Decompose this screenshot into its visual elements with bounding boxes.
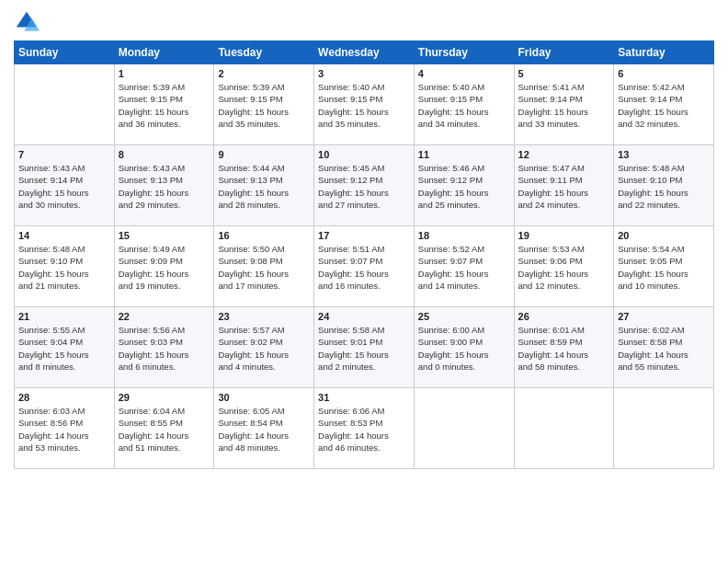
day-number: 4: [418, 68, 510, 79]
day-info: Sunrise: 5:43 AMSunset: 9:13 PMDaylight:…: [119, 162, 210, 211]
calendar-cell: 22Sunrise: 5:56 AMSunset: 9:03 PMDayligh…: [114, 307, 214, 388]
day-info: Sunrise: 5:52 AMSunset: 9:07 PMDaylight:…: [418, 243, 510, 292]
day-number: 21: [18, 311, 110, 322]
day-info: Sunrise: 5:55 AMSunset: 9:04 PMDaylight:…: [18, 324, 110, 373]
day-number: 22: [119, 311, 210, 322]
day-info: Sunrise: 5:40 AMSunset: 9:15 PMDaylight:…: [418, 81, 510, 130]
week-row-3: 14Sunrise: 5:48 AMSunset: 9:10 PMDayligh…: [15, 226, 714, 307]
day-number: 23: [218, 311, 310, 322]
week-row-2: 7Sunrise: 5:43 AMSunset: 9:14 PMDaylight…: [15, 145, 714, 226]
calendar-cell: 23Sunrise: 5:57 AMSunset: 9:02 PMDayligh…: [214, 307, 314, 388]
logo-icon: [14, 9, 40, 35]
calendar-cell: 28Sunrise: 6:03 AMSunset: 8:56 PMDayligh…: [15, 388, 115, 469]
day-info: Sunrise: 5:57 AMSunset: 9:02 PMDaylight:…: [218, 324, 310, 373]
calendar-cell: 27Sunrise: 6:02 AMSunset: 8:58 PMDayligh…: [614, 307, 714, 388]
day-number: 19: [518, 230, 610, 241]
col-header-thursday: Thursday: [414, 41, 514, 64]
day-number: 14: [18, 230, 110, 241]
day-info: Sunrise: 5:48 AMSunset: 9:10 PMDaylight:…: [18, 243, 110, 292]
calendar-cell: 3Sunrise: 5:40 AMSunset: 9:15 PMDaylight…: [314, 64, 415, 145]
day-number: 24: [318, 311, 410, 322]
calendar-cell: 18Sunrise: 5:52 AMSunset: 9:07 PMDayligh…: [414, 226, 514, 307]
calendar-cell: 2Sunrise: 5:39 AMSunset: 9:15 PMDaylight…: [214, 64, 314, 145]
day-info: Sunrise: 5:56 AMSunset: 9:03 PMDaylight:…: [119, 324, 210, 373]
page: SundayMondayTuesdayWednesdayThursdayFrid…: [0, 0, 728, 563]
calendar-cell: 13Sunrise: 5:48 AMSunset: 9:10 PMDayligh…: [614, 145, 714, 226]
day-info: Sunrise: 5:48 AMSunset: 9:10 PMDaylight:…: [618, 162, 710, 211]
calendar-cell: 7Sunrise: 5:43 AMSunset: 9:14 PMDaylight…: [15, 145, 115, 226]
day-info: Sunrise: 5:39 AMSunset: 9:15 PMDaylight:…: [218, 81, 310, 130]
week-row-1: 1Sunrise: 5:39 AMSunset: 9:15 PMDaylight…: [15, 64, 714, 145]
day-info: Sunrise: 6:01 AMSunset: 8:59 PMDaylight:…: [518, 324, 610, 373]
day-number: 12: [518, 149, 610, 160]
week-row-5: 28Sunrise: 6:03 AMSunset: 8:56 PMDayligh…: [15, 388, 714, 469]
day-number: 8: [119, 149, 210, 160]
calendar-cell: 8Sunrise: 5:43 AMSunset: 9:13 PMDaylight…: [114, 145, 214, 226]
day-info: Sunrise: 6:03 AMSunset: 8:56 PMDaylight:…: [18, 405, 110, 454]
day-info: Sunrise: 5:54 AMSunset: 9:05 PMDaylight:…: [618, 243, 710, 292]
day-info: Sunrise: 5:53 AMSunset: 9:06 PMDaylight:…: [518, 243, 610, 292]
calendar-cell: 21Sunrise: 5:55 AMSunset: 9:04 PMDayligh…: [15, 307, 115, 388]
calendar-cell: 12Sunrise: 5:47 AMSunset: 9:11 PMDayligh…: [514, 145, 614, 226]
col-header-sunday: Sunday: [15, 41, 115, 64]
calendar-cell: 6Sunrise: 5:42 AMSunset: 9:14 PMDaylight…: [614, 64, 714, 145]
day-info: Sunrise: 5:46 AMSunset: 9:12 PMDaylight:…: [418, 162, 510, 211]
day-number: 29: [119, 392, 210, 403]
calendar-cell: 30Sunrise: 6:05 AMSunset: 8:54 PMDayligh…: [214, 388, 314, 469]
day-info: Sunrise: 5:40 AMSunset: 9:15 PMDaylight:…: [318, 81, 410, 130]
logo: [14, 9, 43, 35]
day-info: Sunrise: 6:05 AMSunset: 8:54 PMDaylight:…: [218, 405, 310, 454]
day-number: 5: [518, 68, 610, 79]
calendar-cell: 10Sunrise: 5:45 AMSunset: 9:12 PMDayligh…: [314, 145, 415, 226]
col-header-friday: Friday: [514, 41, 614, 64]
day-number: 3: [318, 68, 410, 79]
day-number: 7: [18, 149, 110, 160]
day-info: Sunrise: 6:06 AMSunset: 8:53 PMDaylight:…: [318, 405, 410, 454]
day-number: 1: [119, 68, 210, 79]
day-info: Sunrise: 5:43 AMSunset: 9:14 PMDaylight:…: [18, 162, 110, 211]
day-info: Sunrise: 5:39 AMSunset: 9:15 PMDaylight:…: [119, 81, 210, 130]
day-number: 25: [418, 311, 510, 322]
day-number: 13: [618, 149, 710, 160]
calendar-cell: 9Sunrise: 5:44 AMSunset: 9:13 PMDaylight…: [214, 145, 314, 226]
day-number: 31: [318, 392, 410, 403]
day-info: Sunrise: 6:04 AMSunset: 8:55 PMDaylight:…: [119, 405, 210, 454]
col-header-tuesday: Tuesday: [214, 41, 314, 64]
calendar-cell: 19Sunrise: 5:53 AMSunset: 9:06 PMDayligh…: [514, 226, 614, 307]
day-number: 16: [218, 230, 310, 241]
day-number: 17: [318, 230, 410, 241]
col-header-monday: Monday: [114, 41, 214, 64]
calendar-cell: [514, 388, 614, 469]
day-info: Sunrise: 6:00 AMSunset: 9:00 PMDaylight:…: [418, 324, 510, 373]
day-number: 30: [218, 392, 310, 403]
day-number: 18: [418, 230, 510, 241]
day-info: Sunrise: 5:44 AMSunset: 9:13 PMDaylight:…: [218, 162, 310, 211]
day-info: Sunrise: 5:41 AMSunset: 9:14 PMDaylight:…: [518, 81, 610, 130]
day-info: Sunrise: 6:02 AMSunset: 8:58 PMDaylight:…: [618, 324, 710, 373]
calendar-cell: 25Sunrise: 6:00 AMSunset: 9:00 PMDayligh…: [414, 307, 514, 388]
calendar-cell: 11Sunrise: 5:46 AMSunset: 9:12 PMDayligh…: [414, 145, 514, 226]
col-header-saturday: Saturday: [614, 41, 714, 64]
col-header-wednesday: Wednesday: [314, 41, 415, 64]
day-number: 11: [418, 149, 510, 160]
day-number: 28: [18, 392, 110, 403]
day-number: 26: [518, 311, 610, 322]
calendar-cell: 20Sunrise: 5:54 AMSunset: 9:05 PMDayligh…: [614, 226, 714, 307]
day-info: Sunrise: 5:50 AMSunset: 9:08 PMDaylight:…: [218, 243, 310, 292]
header-row: SundayMondayTuesdayWednesdayThursdayFrid…: [15, 41, 714, 64]
calendar-cell: 5Sunrise: 5:41 AMSunset: 9:14 PMDaylight…: [514, 64, 614, 145]
day-number: 10: [318, 149, 410, 160]
calendar-cell: [414, 388, 514, 469]
day-number: 9: [218, 149, 310, 160]
calendar-cell: 24Sunrise: 5:58 AMSunset: 9:01 PMDayligh…: [314, 307, 415, 388]
day-info: Sunrise: 5:58 AMSunset: 9:01 PMDaylight:…: [318, 324, 410, 373]
calendar-cell: [15, 64, 115, 145]
day-info: Sunrise: 5:42 AMSunset: 9:14 PMDaylight:…: [618, 81, 710, 130]
calendar-cell: 31Sunrise: 6:06 AMSunset: 8:53 PMDayligh…: [314, 388, 415, 469]
day-number: 6: [618, 68, 710, 79]
day-number: 20: [618, 230, 710, 241]
day-info: Sunrise: 5:47 AMSunset: 9:11 PMDaylight:…: [518, 162, 610, 211]
header: [14, 9, 714, 35]
calendar-cell: 17Sunrise: 5:51 AMSunset: 9:07 PMDayligh…: [314, 226, 415, 307]
calendar-cell: 14Sunrise: 5:48 AMSunset: 9:10 PMDayligh…: [15, 226, 115, 307]
